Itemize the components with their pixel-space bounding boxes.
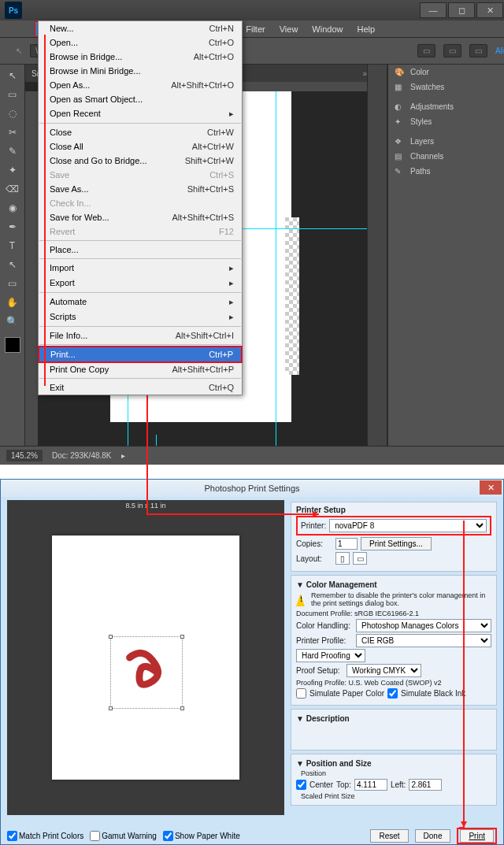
maximize-button[interactable]: ◻	[448, 2, 475, 18]
brush-tool[interactable]: ✦	[4, 162, 21, 178]
printer-setup-group: Printer Setup Printer: novaPDF 8 Copies:…	[291, 502, 497, 572]
menu-file-info[interactable]: File Info...Alt+Shift+Ctrl+I	[39, 328, 242, 343]
color-handling-label: Color Handling:	[296, 621, 353, 630]
move-tool[interactable]: ↖	[4, 68, 21, 83]
layout-label: Layout:	[296, 554, 332, 563]
show-paper-white-checkbox[interactable]	[163, 831, 173, 841]
color-handling-select[interactable]: Photoshop Manages Colors	[356, 619, 491, 632]
eyedropper-tool[interactable]: ✎	[4, 143, 21, 159]
ruler-vertical	[25, 91, 38, 446]
opt-ali[interactable]: Ali	[495, 46, 504, 55]
gamut-warning-label: Gamut Warning	[102, 832, 157, 840]
close-button[interactable]: ✕	[476, 2, 503, 18]
panel-paths[interactable]: ✎Paths	[388, 164, 504, 179]
right-panels: 🎨Color ▦Swatches ◐Adjustments ✦Styles ❖L…	[387, 65, 504, 446]
hard-proofing-select[interactable]: Hard Proofing	[296, 649, 365, 662]
photoshop-window: Ps — ◻ ✕ File Edit Image Layer Type Sele…	[0, 0, 504, 465]
menu-close-bridge[interactable]: Close and Go to Bridge...Shift+Ctrl+W	[39, 154, 242, 168]
panel-adjustments[interactable]: ◐Adjustments	[388, 99, 504, 114]
hand-tool[interactable]: ✋	[4, 295, 21, 310]
color-swatch[interactable]	[5, 337, 20, 353]
printer-profile-select[interactable]: CIE RGB	[356, 634, 491, 647]
page-preview[interactable]	[52, 536, 239, 780]
menu-browse-mini[interactable]: Browse in Mini Bridge...	[39, 64, 242, 78]
menu-save-for-web[interactable]: Save for Web...Alt+Shift+Ctrl+S	[39, 210, 242, 224]
menu-close[interactable]: CloseCtrl+W	[39, 125, 242, 139]
minimize-button[interactable]: —	[420, 2, 447, 18]
align-icon[interactable]: ▭	[417, 44, 435, 57]
printer-select[interactable]: novaPDF 8	[329, 519, 487, 532]
simulate-paper-checkbox[interactable]	[296, 688, 306, 699]
eraser-tool[interactable]: ⌫	[4, 181, 21, 197]
menu-window[interactable]: Window	[305, 22, 350, 36]
panel-styles[interactable]: ✦Styles	[388, 114, 504, 129]
proof-setup-select[interactable]: Working CMYK	[346, 664, 421, 677]
gradient-tool[interactable]: ◉	[4, 200, 21, 216]
menu-browse-bridge[interactable]: Browse in Bridge...Alt+Ctrl+O	[39, 50, 242, 64]
top-input[interactable]	[354, 779, 387, 791]
collapsed-panels[interactable]	[367, 65, 387, 446]
done-button[interactable]: Done	[415, 829, 451, 843]
menu-scripts[interactable]: Scripts▸	[39, 309, 242, 324]
path-tool[interactable]: ↖	[4, 257, 21, 272]
lasso-tool[interactable]: ◌	[4, 106, 21, 121]
artwork-bounds[interactable]	[110, 636, 183, 709]
pen-tool[interactable]: ✒	[4, 219, 21, 235]
print-preview: 8.5 in x 11 in	[7, 500, 284, 815]
menu-open[interactable]: Open...Ctrl+O	[39, 35, 242, 50]
print-button[interactable]: Print	[460, 829, 494, 843]
crop-tool[interactable]: ✂	[4, 124, 21, 140]
match-colors-checkbox[interactable]	[7, 831, 17, 841]
menu-open-as[interactable]: Open As...Alt+Shift+Ctrl+O	[39, 78, 242, 92]
doc-size: Doc: 293K/48.8K	[52, 451, 112, 460]
menu-view[interactable]: View	[272, 22, 306, 36]
simulate-paper-label: Simulate Paper Color	[309, 689, 384, 698]
menu-print-one[interactable]: Print One CopyAlt+Shift+Ctrl+P	[39, 362, 242, 376]
panel-layers[interactable]: ❖Layers	[388, 134, 504, 149]
menu-export[interactable]: Export▸	[39, 276, 242, 291]
simulate-black-checkbox[interactable]	[387, 688, 398, 699]
type-tool[interactable]: T	[4, 238, 21, 254]
panel-channels[interactable]: ▤Channels	[388, 149, 504, 164]
panel-color[interactable]: 🎨Color	[388, 65, 504, 80]
layout-portrait-button[interactable]: ▯	[335, 552, 350, 565]
menu-filter[interactable]: Filter	[239, 22, 272, 36]
layers-icon: ❖	[395, 137, 406, 146]
paths-icon: ✎	[395, 167, 406, 176]
warning-text: Remember to disable the printer's color …	[311, 592, 491, 608]
align-icon-2[interactable]: ▭	[443, 44, 461, 57]
menu-automate[interactable]: Automate▸	[39, 295, 242, 309]
reset-button[interactable]: Reset	[370, 829, 408, 843]
menu-import[interactable]: Import▸	[39, 261, 242, 276]
panel-swatches[interactable]: ▦Swatches	[388, 80, 504, 95]
align-icon-3[interactable]: ▭	[469, 44, 487, 57]
zoom-level[interactable]: 145.2%	[6, 450, 43, 461]
menu-new[interactable]: New...Ctrl+N	[39, 21, 242, 35]
menu-exit[interactable]: ExitCtrl+Q	[39, 380, 242, 395]
dialog-footer: Match Print Colors Gamut Warning Show Pa…	[1, 826, 503, 845]
section-title: Position and Size	[306, 759, 372, 768]
menu-help[interactable]: Help	[350, 22, 382, 36]
proofing-profile: Proofing Profile: U.S. Web Coated (SWOP)…	[296, 679, 491, 687]
center-checkbox[interactable]	[296, 780, 306, 790]
menu-print[interactable]: Print...Ctrl+P	[39, 347, 241, 361]
zoom-tool[interactable]: 🔍	[4, 313, 21, 329]
layout-landscape-button[interactable]: ▭	[353, 552, 367, 565]
print-settings-button[interactable]: Print Settings...	[361, 537, 432, 550]
file-menu: New...Ctrl+N Open...Ctrl+O Browse in Bri…	[38, 20, 243, 395]
left-input[interactable]	[409, 779, 442, 791]
guide	[276, 91, 276, 446]
shape-tool[interactable]: ▭	[4, 276, 21, 291]
chevron-right-icon[interactable]: ▸	[121, 451, 125, 460]
dialog-close-button[interactable]: ✕	[480, 480, 502, 495]
menu-place[interactable]: Place...	[39, 243, 242, 257]
position-label: Position	[301, 769, 491, 777]
menu-save-as[interactable]: Save As...Shift+Ctrl+S	[39, 182, 242, 196]
menu-close-all[interactable]: Close AllAlt+Ctrl+W	[39, 139, 242, 154]
menu-open-recent[interactable]: Open Recent▸	[39, 106, 242, 121]
marquee-tool[interactable]: ▭	[4, 87, 21, 102]
scaled-label: Scaled Print Size	[301, 792, 491, 800]
menu-open-smart[interactable]: Open as Smart Object...	[39, 92, 242, 106]
copies-input[interactable]	[335, 538, 358, 550]
gamut-warning-checkbox[interactable]	[90, 831, 100, 841]
